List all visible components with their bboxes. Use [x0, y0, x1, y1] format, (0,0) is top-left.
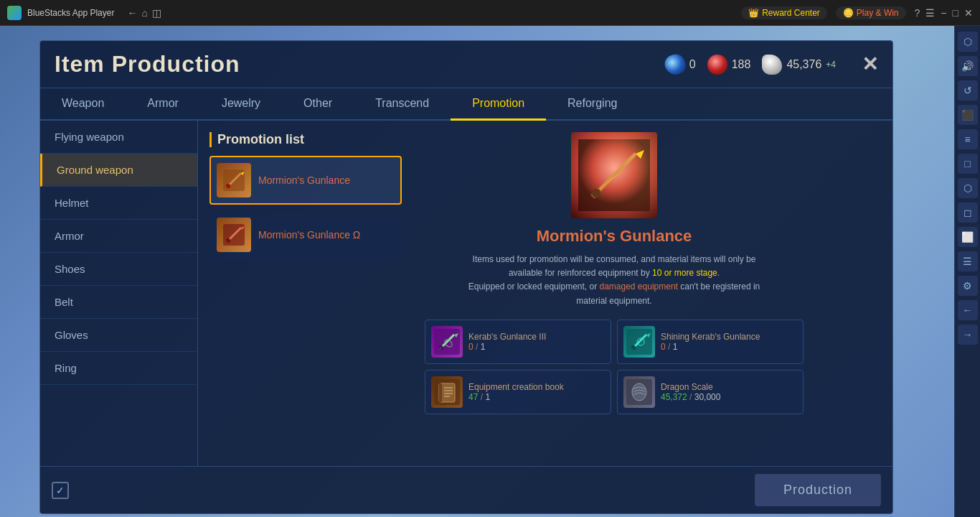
red-gem-currency: 188: [707, 55, 751, 75]
restore-icon[interactable]: □: [953, 7, 958, 19]
production-button[interactable]: Production: [755, 474, 881, 506]
red-gem-value: 188: [732, 58, 751, 71]
material-count-shining: 0 / 1: [661, 342, 797, 352]
sidebar-icon-arrow[interactable]: ←: [958, 300, 978, 320]
material-icon-shining: [623, 326, 655, 358]
play-and-win-button[interactable]: 🪙 Play & Win: [836, 6, 906, 19]
material-info-shining: Shining Kerab's Gunlance 0 / 1: [661, 332, 797, 352]
svg-point-7: [226, 238, 230, 243]
tabs-bar: Weapon Armor Jewelry Other Transcend Pro…: [40, 88, 892, 121]
svg-rect-8: [578, 139, 650, 211]
promotion-item-mormion-gunlance-omega[interactable]: Mormion's Gunlance Ω: [209, 210, 402, 259]
right-sidebar: ⬡ 🔊 ↺ ⬛ ≡ □ ⬡ ◻ ⬜ ☰ ⚙ ← →: [954, 26, 980, 517]
promotion-item-icon-2: [217, 218, 251, 252]
minimize-icon[interactable]: −: [941, 7, 946, 19]
sidebar-icon-arrow-right[interactable]: →: [958, 325, 978, 345]
material-icon-book: [431, 376, 463, 408]
menu-icon[interactable]: ☰: [925, 7, 935, 19]
sidebar-icon-8[interactable]: ◻: [958, 202, 978, 223]
sidebar-item-gloves[interactable]: Gloves: [40, 319, 197, 352]
back-icon[interactable]: ←: [127, 7, 137, 19]
sidebar-item-ring[interactable]: Ring: [40, 352, 197, 385]
sidebar-icon-settings[interactable]: ⚙: [958, 276, 978, 296]
material-item-kerabs-gunlance: Kerab's Gunlance III 0 / 1: [425, 320, 611, 364]
material-have-kerabs: 0: [468, 342, 473, 352]
sidebar-item-ground-weapon[interactable]: Ground weapon: [40, 154, 197, 187]
tab-armor[interactable]: Armor: [126, 88, 200, 121]
sidebar-item-belt[interactable]: Belt: [40, 286, 197, 319]
svg-point-33: [632, 383, 646, 401]
material-icon-dragon: [623, 376, 655, 408]
main-content: Flying weapon Ground weapon Helmet Armor…: [40, 121, 892, 466]
svg-point-3: [226, 184, 230, 188]
item-name-detail: Mormion's Gunlance: [537, 227, 692, 246]
svg-point-18: [439, 345, 443, 350]
sidebar-icon-3[interactable]: ↺: [958, 80, 978, 101]
modal-header: Item Production 0 188 45,376 +4 ✕: [40, 41, 892, 88]
bs-nav-icons: ← ⌂ ◫: [127, 7, 161, 19]
game-area: Item Production 0 188 45,376 +4 ✕: [0, 26, 954, 517]
material-count-kerabs: 0 / 1: [468, 342, 605, 352]
tab-reforging[interactable]: Reforging: [546, 88, 639, 121]
material-item-creation-book: Equipment creation book 47 / 1: [425, 370, 611, 414]
sidebar-icon-9[interactable]: ⬜: [958, 227, 978, 247]
sidebar-item-shoes[interactable]: Shoes: [40, 253, 197, 286]
sidebar-item-helmet[interactable]: Helmet: [40, 187, 197, 220]
sidebar-icon-5[interactable]: ≡: [958, 129, 978, 149]
sidebar-item-armor[interactable]: Armor: [40, 220, 197, 253]
promotion-item-mormion-gunlance[interactable]: Mormion's Gunlance: [209, 156, 402, 205]
modal-footer: ✓ Production: [40, 466, 892, 513]
svg-rect-27: [439, 383, 442, 402]
white-gem-bonus: +4: [826, 60, 836, 70]
sidebar-icon-1[interactable]: ⬡: [958, 32, 978, 52]
promotion-item-icon-1: [217, 163, 251, 197]
modal-close-button[interactable]: ✕: [862, 52, 878, 76]
tab-weapon[interactable]: Weapon: [40, 88, 126, 121]
sidebar-icon-10[interactable]: ☰: [958, 251, 978, 271]
help-icon[interactable]: ?: [915, 7, 920, 19]
sidebar-item-flying-weapon[interactable]: Flying weapon: [40, 121, 197, 154]
sidebar-icon-7[interactable]: ⬡: [958, 178, 978, 198]
checkbox-filter[interactable]: ✓: [52, 482, 69, 499]
reward-center-button[interactable]: 👑 Reward Center: [741, 6, 827, 19]
close-window-icon[interactable]: ✕: [964, 7, 973, 19]
red-gem-icon: [707, 55, 727, 75]
coin-icon: 🪙: [843, 8, 854, 18]
material-need-shining: 1: [673, 342, 678, 352]
header-currency: 0 188 45,376 +4 ✕: [665, 52, 878, 76]
svg-line-12: [621, 161, 628, 172]
bluestacks-title: BlueStacks App Player: [27, 8, 114, 18]
material-need-kerabs: 1: [481, 342, 486, 352]
promotion-list-title: Promotion list: [209, 132, 402, 147]
bookmark-icon[interactable]: ◫: [152, 7, 161, 19]
svg-point-13: [592, 189, 600, 197]
material-info-book: Equipment creation book 47 / 1: [468, 382, 605, 402]
white-gem-value: 45,376: [786, 58, 821, 71]
sidebar-icon-6[interactable]: □: [958, 154, 978, 174]
material-need-book: 1: [485, 392, 490, 402]
tab-other[interactable]: Other: [282, 88, 354, 121]
item-description: Items used for promotion will be consume…: [468, 253, 760, 308]
window-controls: ? ☰ − □ ✕: [915, 7, 973, 19]
left-sidebar: Flying weapon Ground weapon Helmet Armor…: [40, 121, 198, 466]
tab-transcend[interactable]: Transcend: [354, 88, 451, 121]
material-name-kerabs: Kerab's Gunlance III: [468, 332, 605, 342]
material-info-kerabs: Kerab's Gunlance III 0 / 1: [468, 332, 605, 352]
blue-gem-icon: [662, 52, 688, 78]
sidebar-icon-4[interactable]: ⬛: [958, 105, 978, 125]
item-preview-image: [571, 132, 657, 218]
center-panel: Promotion list Mormion's Gunlance: [198, 121, 413, 466]
checkbox-area: ✓: [52, 482, 69, 499]
tab-jewelry[interactable]: Jewelry: [200, 88, 282, 121]
sidebar-icon-2[interactable]: 🔊: [958, 56, 978, 76]
tab-promotion[interactable]: Promotion: [451, 88, 546, 121]
material-name-shining: Shining Kerab's Gunlance: [661, 332, 797, 342]
home-icon[interactable]: ⌂: [141, 7, 147, 19]
modal-title: Item Production: [55, 51, 240, 78]
blue-gem-value: 0: [689, 58, 696, 71]
svg-line-11: [593, 190, 600, 197]
bluestacks-bar: BlueStacks App Player ← ⌂ ◫ 👑 Reward Cen…: [0, 0, 980, 26]
crown-icon: 👑: [748, 8, 759, 18]
svg-point-23: [631, 345, 636, 350]
promotion-items: Mormion's Gunlance Mormion's Gu: [209, 156, 402, 259]
